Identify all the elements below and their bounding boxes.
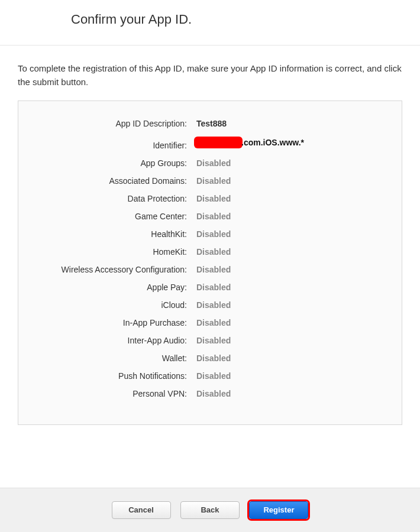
details-panel: App ID Description: Test888 Identifier: …: [18, 100, 402, 425]
capability-value: Disabled: [193, 318, 231, 327]
page-title: Confirm your App ID.: [71, 12, 402, 27]
capability-value: Disabled: [193, 283, 231, 292]
capability-row: iCloud:Disabled: [42, 300, 378, 310]
capability-value: Disabled: [193, 336, 231, 345]
cancel-button[interactable]: Cancel: [112, 501, 171, 519]
capability-row: Inter-App Audio:Disabled: [42, 336, 378, 345]
capability-label: In-App Purchase:: [42, 318, 193, 327]
footer-bar: Cancel Back Register: [0, 488, 420, 532]
capability-label: Game Center:: [42, 212, 193, 221]
capability-value: Disabled: [193, 194, 231, 203]
redacted-block: [194, 137, 243, 148]
capability-value: Disabled: [193, 300, 231, 310]
capability-label: Inter-App Audio:: [42, 336, 193, 345]
capability-value: Disabled: [193, 389, 231, 398]
capability-label: Associated Domains:: [42, 176, 193, 186]
capabilities-list: App Groups:DisabledAssociated Domains:Di…: [42, 158, 378, 398]
capability-value: Disabled: [193, 229, 231, 239]
capability-label: Personal VPN:: [42, 389, 193, 398]
label-app-id-description: App ID Description:: [42, 119, 193, 128]
back-button[interactable]: Back: [180, 501, 240, 519]
capability-label: HealthKit:: [42, 229, 193, 239]
capability-row: In-App Purchase:Disabled: [42, 318, 378, 327]
label-identifier: Identifier:: [42, 141, 193, 150]
register-button[interactable]: Register: [249, 501, 308, 519]
capability-value: Disabled: [193, 176, 231, 186]
capability-value: Disabled: [193, 371, 231, 381]
header: Confirm your App ID.: [0, 0, 420, 46]
capability-row: Apple Pay:Disabled: [42, 283, 378, 292]
capability-label: Apple Pay:: [42, 283, 193, 292]
capability-row: Associated Domains:Disabled: [42, 176, 378, 186]
capability-row: Wireless Accessory Configuration:Disable…: [42, 265, 378, 274]
capability-row: HealthKit:Disabled: [42, 229, 378, 239]
capability-label: Data Protection:: [42, 194, 193, 203]
value-identifier: .com.iOS.www.*: [193, 137, 304, 148]
row-identifier: Identifier: .com.iOS.www.*: [42, 137, 378, 150]
capability-row: Wallet:Disabled: [42, 353, 378, 363]
capability-value: Disabled: [193, 158, 231, 168]
capability-label: Wallet:: [42, 353, 193, 363]
capability-value: Disabled: [193, 247, 231, 257]
row-app-id-description: App ID Description: Test888: [42, 119, 378, 128]
identifier-suffix: .com.iOS.www.*: [241, 138, 304, 147]
capability-label: App Groups:: [42, 158, 193, 168]
capability-label: iCloud:: [42, 300, 193, 310]
capability-value: Disabled: [193, 212, 231, 221]
capability-label: Push Notifications:: [42, 371, 193, 381]
capability-row: Game Center:Disabled: [42, 212, 378, 221]
capability-row: Push Notifications:Disabled: [42, 371, 378, 381]
value-app-id-description: Test888: [193, 119, 227, 128]
capability-label: Wireless Accessory Configuration:: [42, 265, 193, 274]
capability-label: HomeKit:: [42, 247, 193, 257]
capability-value: Disabled: [193, 265, 231, 274]
capability-row: Data Protection:Disabled: [42, 194, 378, 203]
capability-row: HomeKit:Disabled: [42, 247, 378, 257]
intro-text: To complete the registration of this App…: [0, 46, 420, 100]
capability-value: Disabled: [193, 353, 231, 363]
capability-row: Personal VPN:Disabled: [42, 389, 378, 398]
capability-row: App Groups:Disabled: [42, 158, 378, 168]
